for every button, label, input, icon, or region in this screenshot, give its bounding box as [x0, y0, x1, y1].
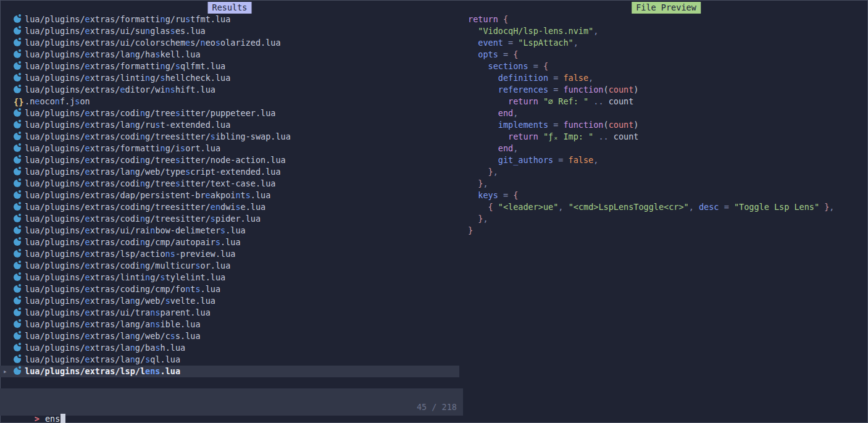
lua-icon [14, 109, 25, 117]
lua-icon [14, 179, 25, 187]
file-path: lua/plugins/extras/coding/treesitter/pup… [25, 108, 275, 118]
file-path: lua/plugins/extras/lang/bash.lua [25, 343, 185, 353]
text-cursor [61, 414, 65, 423]
file-path: lua/plugins/extras/linting/shellcheck.lu… [25, 73, 230, 83]
result-row[interactable]: lua/plugins/extras/editor/winshift.lua [0, 84, 459, 96]
file-path: lua/plugins/extras/coding/treesitter/spi… [25, 214, 261, 224]
result-row[interactable]: lua/plugins/extras/lang/haskell.lua [0, 49, 459, 61]
json-icon: {} [14, 96, 25, 104]
lua-icon [14, 238, 25, 246]
prompt-caret-icon: > [35, 414, 40, 423]
file-path: lua/plugins/extras/lang/ansible.lua [25, 319, 201, 329]
file-path: lua/plugins/extras/ui/colorschemes/neoso… [25, 38, 281, 48]
result-row[interactable]: lua/plugins/extras/coding/treesitter/end… [0, 201, 459, 213]
file-path: lua/plugins/extras/formatting/isort.lua [25, 143, 220, 153]
file-path: lua/plugins/extras/coding/cmp/autopairs.… [25, 237, 241, 247]
results-list: lua/plugins/extras/formatting/rustfmt.lu… [0, 14, 459, 377]
result-row[interactable]: lua/plugins/extras/dap/persistent-breakp… [0, 190, 459, 201]
result-row[interactable]: lua/plugins/extras/lang/rust-extended.lu… [0, 119, 459, 131]
file-path: lua/plugins/extras/ui/rainbow-delimeters… [25, 225, 246, 235]
lua-icon [14, 15, 25, 23]
preview-title: File Preview [632, 2, 701, 14]
result-row[interactable]: lua/plugins/extras/coding/treesitter/tex… [0, 178, 459, 190]
result-row[interactable]: lua/plugins/extras/coding/cmp/autopairs.… [0, 237, 459, 248]
result-row[interactable]: lua/plugins/extras/coding/cmp/fonts.lua [0, 283, 459, 295]
result-row[interactable]: ▸lua/plugins/extras/lsp/lens.lua [0, 366, 459, 377]
lua-icon [14, 167, 25, 175]
lua-icon [14, 38, 25, 46]
result-row[interactable]: lua/plugins/extras/formatting/sqlfmt.lua [0, 61, 459, 72]
lua-icon [14, 85, 25, 93]
result-row[interactable]: lua/plugins/extras/lang/web/css.lua [0, 330, 459, 342]
file-path: lua/plugins/extras/coding/treesitter/end… [25, 202, 265, 212]
file-path: lua/plugins/extras/linting/stylelint.lua [25, 272, 225, 282]
result-row[interactable]: lua/plugins/extras/ui/sunglasses.lua [0, 25, 459, 37]
file-path: lua/plugins/extras/ui/transparent.lua [25, 308, 211, 317]
preview-code: return { "VidocqH/lsp-lens.nvim", event … [468, 14, 834, 237]
file-path: lua/plugins/extras/dap/persistent-breakp… [25, 190, 270, 200]
lua-icon [14, 285, 25, 293]
prompt-bar[interactable]: Find Files >ens 45 / 218 [0, 388, 463, 416]
result-row[interactable]: lua/plugins/extras/coding/treesitter/spi… [0, 213, 459, 225]
result-row[interactable]: lua/plugins/extras/lang/ansible.lua [0, 319, 459, 330]
lua-icon [14, 355, 25, 363]
selection-caret-icon: ▸ [3, 366, 7, 377]
lua-icon [14, 296, 25, 304]
lua-icon [14, 226, 25, 234]
file-path: lua/plugins/extras/lsp/lens.lua [25, 366, 180, 376]
lua-icon [14, 308, 25, 316]
lua-icon [14, 332, 25, 340]
file-path: lua/plugins/extras/coding/cmp/fonts.lua [25, 284, 220, 294]
file-path: lua/plugins/extras/lang/sql.lua [25, 354, 180, 364]
result-row[interactable]: lua/plugins/extras/lang/sql.lua [0, 354, 459, 366]
lua-icon [14, 214, 25, 222]
file-path: lua/plugins/extras/lang/haskell.lua [25, 49, 201, 59]
file-path: lua/plugins/extras/coding/treesitter/tex… [25, 178, 275, 188]
lua-icon [14, 144, 25, 152]
result-row[interactable]: lua/plugins/extras/lsp/actions-preview.l… [0, 248, 459, 260]
file-path: .neoconf.json [25, 96, 90, 106]
file-path: lua/plugins/extras/coding/treesitter/sib… [25, 132, 291, 141]
result-row[interactable]: lua/plugins/extras/formatting/rustfmt.lu… [0, 14, 459, 25]
result-row[interactable]: lua/plugins/extras/linting/shellcheck.lu… [0, 72, 459, 84]
file-path: lua/plugins/extras/lang/web/css.lua [25, 331, 201, 341]
lua-icon [14, 156, 25, 164]
lua-icon [14, 62, 25, 70]
lua-icon [14, 27, 25, 35]
result-row[interactable]: lua/plugins/extras/ui/rainbow-delimeters… [0, 225, 459, 237]
result-row[interactable]: lua/plugins/extras/coding/treesitter/nod… [0, 154, 459, 166]
lua-icon [14, 249, 25, 258]
file-path: lua/plugins/extras/lang/rust-extended.lu… [25, 120, 230, 130]
result-row[interactable]: {}.neoconf.json [0, 96, 459, 107]
file-path: lua/plugins/extras/lang/web/typescript-e… [25, 167, 281, 177]
lua-icon [14, 203, 25, 211]
lua-icon [14, 50, 25, 58]
lua-icon [14, 343, 25, 351]
result-row[interactable]: lua/plugins/extras/ui/colorschemes/neoso… [0, 37, 459, 49]
lua-icon [14, 261, 25, 269]
result-row[interactable]: lua/plugins/extras/lang/bash.lua [0, 342, 459, 354]
file-path: lua/plugins/extras/formatting/sqlfmt.lua [25, 61, 225, 71]
search-input[interactable]: ens [45, 414, 60, 423]
lua-icon [14, 273, 25, 281]
result-row[interactable]: lua/plugins/extras/coding/treesitter/sib… [0, 131, 459, 143]
file-path: lua/plugins/extras/coding/treesitter/nod… [25, 155, 286, 165]
lua-icon [14, 367, 25, 375]
result-row[interactable]: lua/plugins/extras/coding/treesitter/pup… [0, 107, 459, 119]
file-path: lua/plugins/extras/formatting/rustfmt.lu… [25, 14, 230, 24]
telescope-window: Results File Preview lua/plugins/extras/… [0, 0, 868, 423]
result-row[interactable]: lua/plugins/extras/coding/multicursor.lu… [0, 260, 459, 272]
file-path: lua/plugins/extras/ui/sunglasses.lua [25, 26, 206, 36]
file-path: lua/plugins/extras/coding/multicursor.lu… [25, 261, 230, 270]
result-row[interactable]: lua/plugins/extras/ui/transparent.lua [0, 307, 459, 319]
lua-icon [14, 132, 25, 140]
file-path: lua/plugins/extras/editor/winshift.lua [25, 85, 215, 94]
file-path: lua/plugins/extras/lsp/actions-preview.l… [25, 249, 235, 259]
result-row[interactable]: lua/plugins/extras/lang/web/svelte.lua [0, 295, 459, 307]
result-row[interactable]: lua/plugins/extras/linting/stylelint.lua [0, 272, 459, 283]
lua-icon [14, 120, 25, 128]
result-row[interactable]: lua/plugins/extras/formatting/isort.lua [0, 143, 459, 154]
lua-icon [14, 73, 25, 82]
file-path: lua/plugins/extras/lang/web/svelte.lua [25, 296, 215, 306]
result-row[interactable]: lua/plugins/extras/lang/web/typescript-e… [0, 166, 459, 178]
